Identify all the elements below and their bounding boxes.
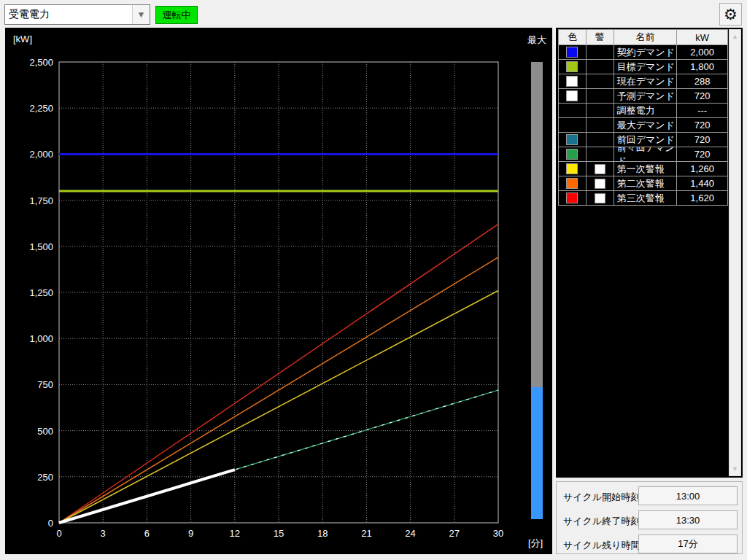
legend-name: 現在デマンド <box>614 74 678 89</box>
legend-kw-value: --- <box>677 104 728 118</box>
alarm-checkbox[interactable] <box>595 179 605 189</box>
color-cell <box>559 191 587 206</box>
chevron-down-icon[interactable]: ▼ <box>132 5 150 24</box>
x-tick-label: 24 <box>405 528 415 539</box>
gear-icon: ⚙ <box>724 6 738 23</box>
series-alarm-2 <box>59 257 498 523</box>
table-row[interactable]: 現在デマンド 288 <box>559 74 728 89</box>
legend-name: 契約デマンド <box>614 45 678 60</box>
legend-name: 最大デマンド <box>614 118 678 133</box>
table-row[interactable]: 予測デマンド 720 <box>559 89 728 104</box>
table-row[interactable]: 第一次警報 1,260 <box>559 162 728 176</box>
y-tick-label: 1,250 <box>29 287 53 298</box>
x-tick-label: 9 <box>188 528 193 539</box>
color-swatch <box>566 61 578 72</box>
legend-name: 前々回デマンド <box>614 147 678 162</box>
y-tick-label: 1,500 <box>29 241 53 252</box>
max-demand-gauge <box>531 62 543 519</box>
cycle-label: サイクル残り時間 <box>563 539 640 552</box>
legend-scrollbar[interactable]: ▲ ▼ <box>729 29 741 476</box>
legend-kw-value: 1,440 <box>677 176 728 191</box>
cycle-value: 13:30 <box>638 510 738 529</box>
legend-kw-value: 1,620 <box>677 191 728 206</box>
scrollbar-down-icon[interactable]: ▼ <box>729 463 740 475</box>
legend-name: 予測デマンド <box>614 89 678 104</box>
cycle-row: サイクル残り時間 17分 <box>557 534 742 553</box>
x-tick-label: 3 <box>101 528 106 539</box>
cycle-value: 13:00 <box>638 486 738 505</box>
y-tick-label: 250 <box>37 472 53 483</box>
table-row[interactable]: 第二次警報 1,440 <box>559 176 728 191</box>
legend-name: 第一次警報 <box>614 162 678 176</box>
header-alarm: 警 <box>587 30 614 45</box>
y-tick-label: 750 <box>37 379 53 390</box>
color-swatch <box>566 149 578 160</box>
channel-select[interactable]: 受電電力 ▼ <box>4 4 150 25</box>
x-tick-label: 18 <box>317 528 328 539</box>
color-swatch <box>566 178 578 189</box>
table-row[interactable]: 前々回デマンド 720 <box>559 147 728 162</box>
color-cell <box>559 74 587 89</box>
legend-kw-value: 720 <box>677 133 728 147</box>
legend-kw-value: 720 <box>677 118 728 133</box>
x-tick-label: 0 <box>56 528 61 539</box>
header-color: 色 <box>559 30 587 45</box>
color-swatch <box>566 134 578 145</box>
color-cell <box>559 104 587 118</box>
table-row[interactable]: 第三次警報 1,620 <box>559 191 728 206</box>
status-running-button[interactable]: 運転中 <box>155 6 198 24</box>
color-cell <box>559 45 587 60</box>
y-tick-label: 2,500 <box>29 57 53 68</box>
legend-kw-value: 288 <box>677 74 728 89</box>
alarm-cell <box>587 60 614 74</box>
color-cell <box>559 60 587 74</box>
scrollbar-up-icon[interactable]: ▲ <box>729 31 740 42</box>
settings-button[interactable]: ⚙ <box>719 3 742 26</box>
legend-name: 第三次警報 <box>614 191 678 206</box>
y-tick-label: 1,750 <box>29 195 53 206</box>
y-tick-label: 2,000 <box>29 149 53 160</box>
alarm-checkbox[interactable] <box>595 193 605 203</box>
color-cell <box>559 176 587 191</box>
y-tick-label: 2,250 <box>29 103 53 114</box>
table-row[interactable]: 目標デマンド 1,800 <box>559 60 728 74</box>
alarm-cell <box>587 133 614 147</box>
color-swatch <box>566 192 578 203</box>
series-alarm-1 <box>59 290 498 523</box>
demand-monitor-window: 受電電力 ▼ 運転中 ⚙ [kW] 最大 02505007501,0001,25… <box>0 0 747 560</box>
header-name: 名前 <box>614 30 678 45</box>
y-tick-label: 1,000 <box>29 333 53 344</box>
legend-kw-value: 720 <box>677 147 728 162</box>
x-tick-label: 27 <box>449 528 460 539</box>
color-cell <box>559 147 587 162</box>
demand-chart: 02505007501,0001,2501,5001,7502,0002,250… <box>5 28 552 554</box>
alarm-cell <box>587 104 614 118</box>
cycle-label: サイクル終了時刻 <box>563 515 640 528</box>
color-cell <box>559 118 587 133</box>
table-row[interactable]: 最大デマンド 720 <box>559 118 728 133</box>
table-row[interactable]: 前回デマンド 720 <box>559 133 728 147</box>
cycle-row: サイクル終了時刻 13:30 <box>557 510 742 529</box>
legend-table-body: 契約デマンド 2,000 目標デマンド 1,800 現在デマンド 288 予測デ… <box>559 45 728 206</box>
cycle-label: サイクル開始時刻 <box>563 491 640 504</box>
color-swatch <box>566 47 578 58</box>
demand-chart-panel: [kW] 最大 02505007501,0001,2501,5001,7502,… <box>5 28 552 554</box>
legend-table-header: 色 警 名前 kW <box>559 30 728 45</box>
toolbar: 受電電力 ▼ 運転中 ⚙ <box>0 0 747 28</box>
table-row[interactable]: 契約デマンド 2,000 <box>559 45 728 60</box>
legend-name: 前回デマンド <box>614 133 678 147</box>
alarm-cell <box>587 147 614 162</box>
table-row[interactable]: 調整電力 --- <box>559 104 728 118</box>
alarm-checkbox[interactable] <box>595 164 605 174</box>
legend-name: 目標デマンド <box>614 60 678 74</box>
x-tick-label: 30 <box>493 528 503 539</box>
cycle-value: 17分 <box>638 534 738 553</box>
alarm-cell <box>587 45 614 60</box>
color-swatch <box>566 163 578 174</box>
max-demand-gauge-fill <box>531 387 543 519</box>
color-cell <box>559 162 587 176</box>
color-swatch <box>566 76 578 87</box>
color-swatch <box>566 90 578 101</box>
x-tick-label: 21 <box>361 528 371 539</box>
y-tick-label: 0 <box>48 518 53 529</box>
